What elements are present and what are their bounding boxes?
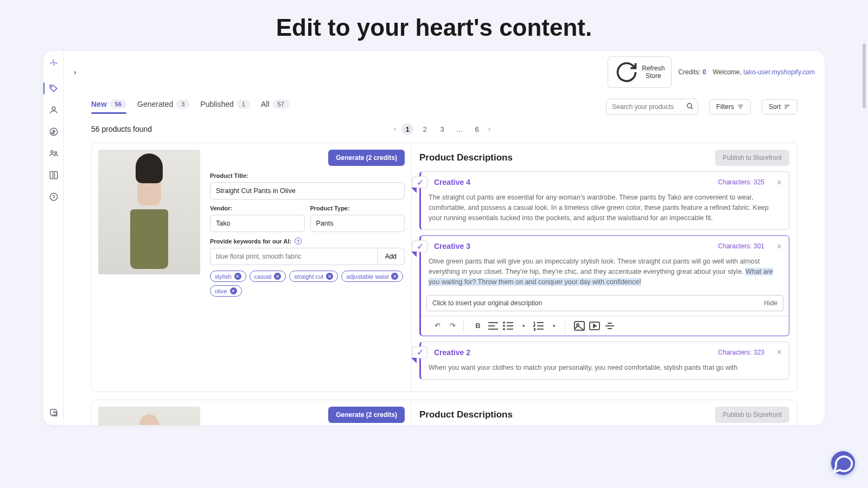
select-creative-button[interactable]: ✓: [412, 176, 427, 188]
char-count: Characters: 325: [718, 178, 764, 186]
page-prev-icon[interactable]: ‹: [394, 125, 396, 133]
bullet-list-icon[interactable]: [502, 319, 515, 332]
credits-display: Credits: 0: [678, 68, 706, 76]
delete-creative-icon[interactable]: ✕: [776, 178, 782, 187]
select-creative-button[interactable]: ✓: [412, 346, 427, 358]
creative-body-editable[interactable]: Olive green pants that will give you an …: [421, 256, 789, 291]
video-icon[interactable]: [588, 319, 601, 332]
search-input[interactable]: [606, 99, 698, 115]
publish-button: Publish to Storefront: [715, 150, 789, 166]
strikethrough-icon[interactable]: [603, 319, 616, 332]
page-ellipsis: …: [454, 123, 465, 135]
creative-title: Creative 2: [434, 348, 470, 357]
redo-icon[interactable]: ↷: [446, 319, 459, 332]
page-6[interactable]: 6: [471, 123, 483, 135]
page-2[interactable]: 2: [419, 123, 431, 135]
creative-title: Creative 4: [434, 178, 470, 187]
info-icon[interactable]: ?: [295, 237, 302, 245]
tag-remove-icon[interactable]: ✕: [230, 287, 237, 294]
product-form: Generate (2 credits) Product Title: Vend…: [92, 143, 412, 391]
page-1[interactable]: 1: [401, 123, 413, 135]
tag-remove-icon[interactable]: ✕: [234, 273, 241, 280]
nav-compose-icon[interactable]: [49, 408, 59, 418]
svg-point-9: [503, 325, 505, 326]
tab-bar: New56 Generated3 Published1 All57 Filter…: [64, 93, 825, 115]
svg-point-8: [503, 322, 505, 323]
filters-button[interactable]: Filters: [709, 99, 751, 114]
undo-icon[interactable]: ↶: [431, 319, 444, 332]
nav-help-icon[interactable]: [49, 192, 59, 202]
descriptions-panel: Product Descriptions Publish to Storefro…: [412, 143, 797, 391]
page-next-icon[interactable]: ›: [488, 125, 490, 133]
product-card: Generate (2 credits) Product Title: Vend…: [91, 400, 797, 425]
expand-sidebar-icon[interactable]: ›: [74, 68, 76, 76]
main-area: › Refresh Store Credits: 0 Welcome, tako…: [64, 51, 825, 425]
creative-card: ✓ Creative 4 Characters: 325 ✕ The strai…: [419, 171, 789, 230]
nav-user-icon[interactable]: [49, 105, 59, 115]
bold-icon[interactable]: B: [471, 319, 484, 332]
tab-generated[interactable]: Generated3: [137, 100, 189, 114]
welcome-text: Welcome, tako-user.myshopify.com: [713, 68, 815, 76]
delete-creative-icon[interactable]: ✕: [776, 348, 782, 356]
product-card: Generate (2 credits) Product Title: Vend…: [91, 143, 797, 392]
creative-card: ✓ Creative 3 Characters: 301 ✕ Olive gre…: [419, 235, 789, 336]
svg-point-1: [52, 107, 55, 110]
tag-remove-icon[interactable]: ✕: [326, 273, 333, 280]
sort-icon: [784, 104, 790, 110]
topbar: › Refresh Store Credits: 0 Welcome, tako…: [64, 51, 825, 93]
filters-icon: [737, 104, 744, 110]
image-icon[interactable]: [573, 319, 586, 332]
nav-credits-icon[interactable]: [49, 127, 59, 137]
type-input[interactable]: [310, 215, 405, 232]
search-icon[interactable]: [686, 102, 694, 112]
descriptions-title: Product Descriptions: [419, 152, 513, 163]
tags-list: stylish✕ casual✕ straight cut✕ adjustabl…: [210, 271, 405, 297]
nav-team-icon[interactable]: [49, 149, 59, 158]
generate-button[interactable]: Generate (2 credits): [328, 150, 405, 166]
descriptions-panel: Product Descriptions Publish to Storefro…: [412, 400, 797, 425]
refresh-store-button[interactable]: Refresh Store: [608, 56, 672, 88]
tab-published[interactable]: Published1: [200, 100, 250, 114]
sort-button[interactable]: Sort: [762, 99, 797, 114]
hide-button[interactable]: Hide: [764, 299, 777, 307]
select-creative-button[interactable]: ✓: [412, 240, 427, 252]
product-list: Generate (2 credits) Product Title: Vend…: [64, 143, 825, 425]
product-form: Generate (2 credits) Product Title: Vend…: [92, 400, 412, 425]
tag-remove-icon[interactable]: ✕: [391, 273, 398, 280]
delete-creative-icon[interactable]: ✕: [776, 242, 782, 251]
tag-item: casual✕: [250, 271, 286, 282]
generate-button[interactable]: Generate (2 credits): [328, 407, 405, 423]
search-wrap: [606, 99, 698, 115]
page-3[interactable]: 3: [436, 123, 448, 135]
align-icon[interactable]: [487, 319, 500, 332]
tab-all[interactable]: All57: [261, 100, 289, 114]
char-count: Characters: 301: [718, 242, 764, 250]
editor-toolbar: ↶ ↷ B ▾ ▾: [421, 316, 789, 336]
keywords-input[interactable]: [210, 248, 377, 265]
type-label: Product Type:: [310, 205, 405, 211]
nav-docs-icon[interactable]: [49, 170, 59, 180]
refresh-icon: [615, 60, 639, 84]
sidebar: [43, 51, 64, 425]
insert-original-button[interactable]: Click to insert your original descriptio…: [426, 295, 783, 311]
product-title-input[interactable]: [210, 182, 405, 200]
store-link[interactable]: tako-user.myshopify.com: [743, 68, 815, 76]
creative-body[interactable]: When you want your clothes to match your…: [421, 363, 789, 380]
creative-body[interactable]: The straight cut pants are essential for…: [421, 192, 789, 229]
results-count: 56 products found: [91, 125, 152, 133]
svg-point-7: [687, 104, 692, 108]
chevron-down-icon[interactable]: ▾: [517, 319, 530, 332]
nav-tag-icon[interactable]: [49, 84, 59, 93]
app-logo-icon: [48, 59, 59, 69]
vendor-input[interactable]: [210, 215, 305, 232]
chevron-down-icon[interactable]: ▾: [547, 319, 560, 332]
numbered-list-icon[interactable]: [532, 319, 545, 332]
tag-item: olive✕: [210, 285, 242, 297]
tab-new[interactable]: New56: [91, 100, 126, 114]
tag-remove-icon[interactable]: ✕: [274, 273, 281, 280]
svg-point-3: [50, 151, 53, 153]
title-label: Product Title:: [210, 172, 405, 179]
descriptions-title: Product Descriptions: [419, 409, 513, 420]
svg-point-0: [51, 86, 52, 87]
add-keyword-button[interactable]: Add: [377, 248, 405, 265]
